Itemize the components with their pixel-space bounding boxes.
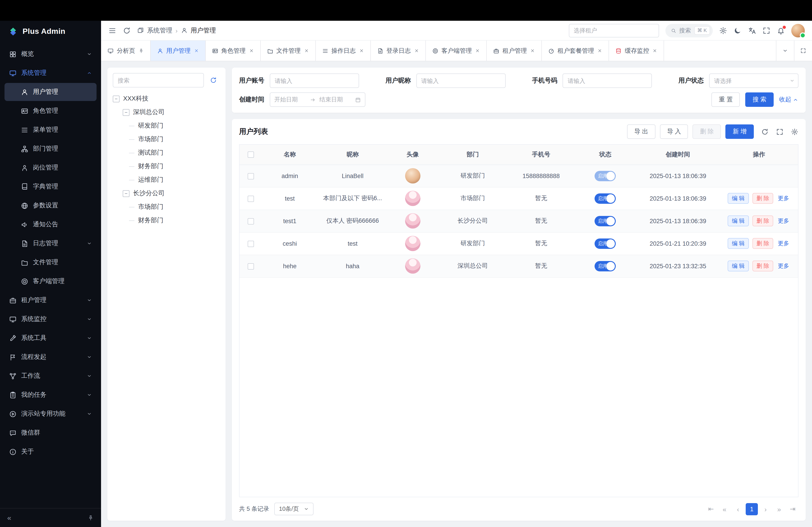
tree-collapse-icon[interactable]: − xyxy=(123,190,129,197)
sidebar-item[interactable]: 日志管理 xyxy=(4,235,97,253)
sidebar-item[interactable]: 概览 xyxy=(4,45,97,63)
tree-collapse-icon[interactable]: − xyxy=(123,109,129,116)
batch-delete-button[interactable]: 删 除 xyxy=(693,124,721,139)
status-toggle[interactable]: 启用 xyxy=(595,171,616,181)
fullscreen-icon[interactable] xyxy=(763,26,770,34)
tree-node[interactable]: − 长沙分公司 xyxy=(113,187,220,200)
tab[interactable]: 文件管理 xyxy=(261,41,316,61)
tree-node[interactable]: − 运维部门 xyxy=(113,173,220,187)
sidebar-item[interactable]: 字典管理 xyxy=(4,178,97,196)
expand-card-icon[interactable] xyxy=(776,128,784,135)
row-checkbox[interactable] xyxy=(248,173,254,179)
import-button[interactable]: 导 入 xyxy=(660,124,688,139)
select-all-checkbox[interactable] xyxy=(248,152,254,158)
close-icon[interactable] xyxy=(414,48,419,53)
filter-nickname-input[interactable] xyxy=(416,74,506,88)
next-page-button[interactable]: › xyxy=(760,503,771,515)
tenant-select[interactable] xyxy=(569,24,659,37)
sidebar-item[interactable]: 岗位管理 xyxy=(4,159,97,177)
tab-fullscreen-button[interactable] xyxy=(794,41,812,61)
page-size-select[interactable]: 10条/页 xyxy=(275,503,313,515)
first-page-button[interactable]: ⇤ xyxy=(705,503,717,515)
dark-mode-icon[interactable] xyxy=(734,26,742,34)
tab[interactable]: 缓存监控 xyxy=(609,41,664,61)
close-icon[interactable] xyxy=(475,48,480,53)
sidebar-item[interactable]: 客户端管理 xyxy=(4,272,97,290)
current-page[interactable]: 1 xyxy=(746,503,758,515)
more-button[interactable]: 更多 xyxy=(777,238,790,249)
close-icon[interactable] xyxy=(194,48,199,53)
row-checkbox[interactable] xyxy=(248,218,254,224)
pin-icon[interactable] xyxy=(88,515,94,521)
last-page-button[interactable]: ⇥ xyxy=(787,503,798,515)
tab[interactable]: 租户套餐管理 xyxy=(542,41,609,61)
tree-node[interactable]: − 市场部门 xyxy=(113,133,220,146)
tenant-select-input[interactable] xyxy=(569,24,659,37)
sidebar-item[interactable]: 系统监控 xyxy=(4,310,97,328)
jump-forward-button[interactable]: » xyxy=(773,503,785,515)
sidebar-item[interactable]: 用户管理 xyxy=(4,83,97,101)
tree-search-input[interactable] xyxy=(113,73,204,88)
edit-button[interactable]: 编 辑 xyxy=(728,238,749,249)
delete-button[interactable]: 删 除 xyxy=(752,238,773,249)
edit-button[interactable]: 编 辑 xyxy=(728,260,749,271)
tree-collapse-icon[interactable]: − xyxy=(113,95,119,102)
sidebar-item[interactable]: 角色管理 xyxy=(4,102,97,120)
export-button[interactable]: 导 出 xyxy=(627,124,655,139)
collapse-sidebar-button[interactable]: « xyxy=(7,514,11,522)
sidebar-item[interactable]: 租户管理 xyxy=(4,291,97,309)
more-button[interactable]: 更多 xyxy=(777,260,790,271)
tab[interactable]: 用户管理 xyxy=(150,41,205,61)
filter-account-input[interactable] xyxy=(270,74,359,88)
sidebar-item[interactable]: 系统管理 xyxy=(4,64,97,82)
tree-node[interactable]: − 深圳总公司 xyxy=(113,105,220,119)
close-icon[interactable] xyxy=(359,48,364,53)
more-button[interactable]: 更多 xyxy=(777,193,790,204)
global-search[interactable]: 搜索 ⌘ K xyxy=(665,24,713,37)
filter-status-select[interactable] xyxy=(709,74,798,88)
settings-icon[interactable] xyxy=(719,26,727,34)
status-toggle[interactable]: 启用 xyxy=(595,193,616,204)
row-checkbox[interactable] xyxy=(248,195,254,202)
tab[interactable]: 租户管理 xyxy=(487,41,542,61)
tree-node[interactable]: − 测试部门 xyxy=(113,146,220,160)
column-settings-icon[interactable] xyxy=(791,128,798,135)
collapse-filter-link[interactable]: 收起 xyxy=(779,95,798,104)
sidebar-item[interactable]: 演示站专用功能 xyxy=(4,405,97,423)
tree-node[interactable]: − 市场部门 xyxy=(113,200,220,214)
tab[interactable]: 客户端管理 xyxy=(426,41,487,61)
status-toggle[interactable]: 启用 xyxy=(595,261,616,271)
sidebar-item[interactable]: 关于 xyxy=(4,443,97,461)
row-checkbox[interactable] xyxy=(248,241,254,247)
sidebar-item[interactable]: 参数设置 xyxy=(4,197,97,215)
close-icon[interactable] xyxy=(652,48,657,53)
status-toggle[interactable]: 启用 xyxy=(595,216,616,226)
tree-node[interactable]: − 财务部门 xyxy=(113,160,220,173)
tab-dropdown-button[interactable] xyxy=(776,41,794,61)
reset-button[interactable]: 重 置 xyxy=(712,92,740,107)
sidebar-item[interactable]: 菜单管理 xyxy=(4,121,97,139)
sidebar-item[interactable]: 工作流 xyxy=(4,367,97,385)
tree-node[interactable]: − 财务部门 xyxy=(113,214,220,227)
notifications-button[interactable] xyxy=(777,26,785,34)
breadcrumb-system[interactable]: 系统管理 xyxy=(147,26,172,34)
close-icon[interactable] xyxy=(304,48,309,53)
tab[interactable]: 登录日志 xyxy=(371,41,426,61)
filter-daterange[interactable]: 开始日期 结束日期 xyxy=(270,92,365,107)
more-button[interactable]: 更多 xyxy=(777,215,790,226)
sidebar-item[interactable]: 部门管理 xyxy=(4,140,97,158)
prev-page-button[interactable]: ‹ xyxy=(732,503,744,515)
sidebar-item[interactable]: 系统工具 xyxy=(4,329,97,347)
hamburger-icon[interactable] xyxy=(108,26,116,34)
delete-button[interactable]: 删 除 xyxy=(752,193,773,204)
edit-button[interactable]: 编 辑 xyxy=(728,215,749,226)
refresh-list-icon[interactable] xyxy=(761,128,769,135)
tree-node[interactable]: − 研发部门 xyxy=(113,119,220,133)
sidebar-item[interactable]: 我的任务 xyxy=(4,386,97,404)
search-button[interactable]: 搜 索 xyxy=(745,92,774,107)
row-checkbox[interactable] xyxy=(248,263,254,269)
user-avatar[interactable] xyxy=(791,24,805,37)
sidebar-item[interactable]: 微信群 xyxy=(4,424,97,442)
delete-button[interactable]: 删 除 xyxy=(752,215,773,226)
refresh-page-icon[interactable] xyxy=(123,26,131,34)
